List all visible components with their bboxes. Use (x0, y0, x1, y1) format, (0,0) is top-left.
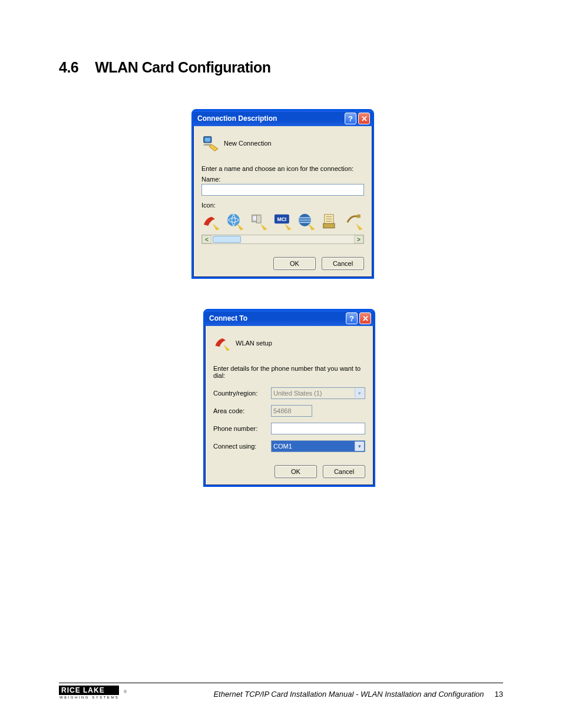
section-title: WLAN Card Configuration (95, 59, 270, 76)
phone-number-label: Phone number: (213, 425, 267, 432)
dialog-button-row: OK Cancel (213, 465, 365, 478)
close-button[interactable]: ✕ (358, 113, 370, 124)
ok-button[interactable]: OK (273, 257, 316, 270)
dialog-body: New Connection Enter a name and choose a… (193, 126, 372, 277)
computer-phone-icon[interactable] (249, 212, 269, 232)
page-footer: RICE LAKE WEIGHING SYSTEMS ® Ethernet TC… (59, 683, 503, 701)
footer-title: Ethernet TCP/IP Card Installation Manual… (213, 690, 484, 699)
globe-phone-icon[interactable] (226, 212, 245, 232)
country-value: United States (1) (273, 390, 322, 397)
dialog-header-label: WLAN setup (236, 340, 272, 347)
cable-phone-icon[interactable] (345, 212, 364, 232)
section-number: 4.6 (59, 59, 78, 76)
phone-number-input[interactable] (271, 423, 365, 434)
document-tray-icon[interactable] (321, 212, 340, 232)
area-code-cell (271, 405, 365, 417)
phone-modem-icon (213, 334, 231, 352)
connection-description-dialog: Connection Description ? ✕ New Connectio (191, 109, 374, 279)
svg-rect-12 (323, 223, 335, 228)
dialog-title: Connection Description (197, 114, 277, 123)
country-combo[interactable]: United States (1) ▾ (271, 387, 365, 399)
connect-using-label: Connect using: (213, 443, 267, 450)
dialog-title: Connect To (209, 314, 247, 322)
scroll-left-arrow-icon[interactable]: < (202, 235, 211, 243)
dialog-button-row: OK Cancel (201, 257, 364, 270)
help-button[interactable]: ? (345, 113, 356, 124)
connect-using-value: COM1 (273, 443, 292, 450)
name-label: Name: (201, 176, 364, 183)
dialog-titlebar[interactable]: Connection Description ? ✕ (193, 111, 372, 126)
mci-icon[interactable]: MCI (273, 212, 293, 232)
titlebar-buttons: ? ✕ (346, 312, 371, 324)
icon-label: Icon: (201, 202, 364, 209)
chevron-down-icon: ▾ (355, 442, 364, 451)
svg-text:MCI: MCI (277, 216, 286, 222)
connect-form: Country/region: United States (1) ▾ Area… (213, 387, 365, 452)
connect-using-combo[interactable]: COM1 ▾ (271, 440, 365, 452)
icon-selection-strip[interactable]: MCI (201, 210, 364, 233)
svg-rect-13 (358, 215, 361, 218)
cancel-button[interactable]: Cancel (322, 257, 364, 270)
scroll-thumb[interactable] (213, 236, 241, 243)
close-button[interactable]: ✕ (359, 312, 371, 324)
cancel-button[interactable]: Cancel (323, 465, 365, 478)
prompt-text: Enter details for the phone number that … (213, 365, 365, 379)
dialog-header-row: New Connection (201, 134, 364, 152)
dialog-body: WLAN setup Enter details for the phone n… (205, 326, 373, 485)
area-code-input[interactable] (271, 405, 312, 417)
ok-button[interactable]: OK (275, 465, 317, 478)
svg-rect-7 (257, 215, 262, 222)
logo-sub-text: WEIGHING SYSTEMS (59, 695, 119, 699)
svg-rect-2 (206, 143, 210, 144)
dialog-header-row: WLAN setup (213, 334, 365, 352)
connect-to-dialog: Connect To ? ✕ WLAN setup Enter details … (203, 309, 375, 487)
rice-lake-logo: RICE LAKE WEIGHING SYSTEMS ® (59, 686, 119, 703)
chevron-down-icon: ▾ (355, 388, 364, 398)
icon-scrollbar[interactable]: < > (201, 235, 364, 244)
phone-modem-icon[interactable] (201, 212, 221, 232)
dialog-titlebar[interactable]: Connect To ? ✕ (205, 311, 373, 326)
section-heading: 4.6 WLAN Card Configuration (59, 59, 503, 76)
document-page: 4.6 WLAN Card Configuration Connection D… (0, 0, 562, 728)
titlebar-buttons: ? ✕ (345, 113, 370, 124)
footer-text: Ethernet TCP/IP Card Installation Manual… (213, 690, 503, 699)
svg-rect-1 (205, 138, 210, 142)
dialog-header-label: New Connection (224, 140, 272, 147)
name-input[interactable] (201, 184, 364, 196)
scroll-right-arrow-icon[interactable]: > (354, 235, 363, 243)
page-number: 13 (495, 690, 503, 699)
country-label: Country/region: (213, 390, 267, 397)
prompt-text: Enter a name and choose an icon for the … (201, 165, 364, 172)
scroll-track[interactable] (211, 235, 354, 243)
logo-top-text: RICE LAKE (59, 686, 119, 695)
connection-icon (201, 134, 219, 152)
area-code-label: Area code: (213, 407, 267, 414)
help-button[interactable]: ? (346, 312, 358, 324)
att-globe-icon[interactable] (297, 212, 316, 232)
